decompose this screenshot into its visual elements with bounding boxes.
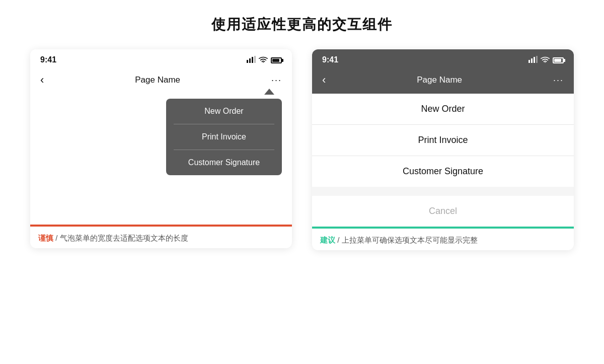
- right-wifi-icon: [541, 56, 550, 64]
- right-footer-tag: 建议: [320, 236, 335, 244]
- svg-rect-3: [254, 56, 256, 63]
- right-battery-icon: [553, 56, 564, 64]
- right-signal-icon: [528, 56, 538, 64]
- right-nav-title: Page Name: [417, 75, 462, 85]
- left-more-button[interactable]: ···: [271, 75, 282, 86]
- right-panel-footer: 建议 / 上拉菜单可确保选项文本尽可能显示完整: [312, 227, 574, 250]
- left-panel-footer: 谨慎 / 气泡菜单的宽度去适配选项文本的长度: [30, 225, 292, 248]
- bubble-item-new-order[interactable]: New Order: [166, 99, 282, 124]
- action-sheet-gap: [312, 187, 574, 192]
- svg-rect-0: [247, 60, 248, 63]
- right-footer-label: 建议 / 上拉菜单可确保选项文本尽可能显示完整: [312, 229, 574, 250]
- left-nav-title: Page Name: [135, 75, 180, 85]
- bubble-item-customer-signature[interactable]: Customer Signature: [166, 150, 282, 175]
- svg-rect-7: [534, 57, 535, 63]
- right-status-time: 9:41: [322, 55, 338, 64]
- right-panel: 9:41: [312, 49, 574, 250]
- right-footer-text: / 上拉菜单可确保选项文本尽可能显示完整: [335, 236, 478, 244]
- bubble-menu: New Order Print Invoice Customer Signatu…: [166, 99, 282, 175]
- right-back-button[interactable]: ‹: [322, 74, 326, 87]
- left-wifi-icon: [259, 56, 268, 64]
- bubble-arrow: [264, 89, 274, 95]
- svg-rect-2: [252, 57, 253, 63]
- action-sheet-menu: New Order Print Invoice Customer Signatu…: [312, 94, 574, 187]
- left-battery-icon: [271, 56, 282, 64]
- svg-rect-1: [249, 58, 251, 63]
- svg-rect-6: [531, 58, 533, 63]
- right-more-button[interactable]: ···: [553, 75, 564, 86]
- right-content-area: New Order Print Invoice Customer Signatu…: [312, 94, 574, 227]
- left-footer-text: / 气泡菜单的宽度去适配选项文本的长度: [53, 234, 188, 242]
- left-footer-label: 谨慎 / 气泡菜单的宽度去适配选项文本的长度: [30, 227, 292, 248]
- right-phone-screen: 9:41: [312, 49, 574, 227]
- left-footer-tag: 谨慎: [38, 234, 53, 242]
- left-phone-screen: 9:41: [30, 49, 292, 225]
- page-title: 使用适应性更高的交互组件: [211, 15, 393, 34]
- action-sheet-item-customer-signature[interactable]: Customer Signature: [312, 156, 574, 187]
- left-content-area: New Order Print Invoice Customer Signatu…: [30, 94, 292, 225]
- svg-point-9: [545, 61, 546, 62]
- left-panel: 9:41: [30, 49, 292, 248]
- bubble-item-print-invoice[interactable]: Print Invoice: [166, 124, 282, 150]
- svg-rect-5: [528, 60, 530, 63]
- left-nav-bar: ‹ Page Name ···: [30, 68, 292, 94]
- action-sheet-item-print-invoice[interactable]: Print Invoice: [312, 125, 574, 156]
- panels-container: 9:41: [20, 49, 584, 250]
- action-sheet-cancel-button[interactable]: Cancel: [312, 196, 574, 227]
- left-signal-icon: [247, 56, 256, 64]
- left-status-time: 9:41: [40, 55, 56, 64]
- svg-rect-8: [536, 56, 538, 63]
- right-status-bar: 9:41: [312, 49, 574, 68]
- action-sheet-item-new-order[interactable]: New Order: [312, 94, 574, 124]
- right-status-icons: [528, 56, 564, 64]
- right-nav-bar: ‹ Page Name ···: [312, 68, 574, 94]
- left-back-button[interactable]: ‹: [40, 74, 44, 87]
- left-status-bar: 9:41: [30, 49, 292, 68]
- svg-point-4: [263, 61, 264, 62]
- left-status-icons: [247, 56, 282, 64]
